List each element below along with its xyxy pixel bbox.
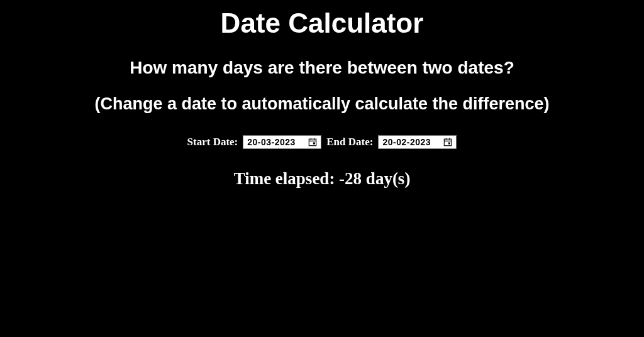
start-date-label: Start Date: [187,136,238,148]
instruction-text: (Change a date to automatically calculat… [0,94,644,114]
svg-rect-9 [448,142,450,144]
start-date-input[interactable]: 20-03-2023 [243,135,321,149]
end-date-value: 20-02-2023 [382,137,431,147]
calendar-icon[interactable] [308,138,317,146]
end-date-label: End Date: [326,136,373,148]
svg-rect-0 [309,139,316,146]
start-date-value: 20-03-2023 [247,137,296,147]
end-date-input[interactable]: 20-02-2023 [378,135,457,149]
calendar-icon[interactable] [443,138,452,146]
page-title: Date Calculator [0,8,644,39]
date-inputs-row: Start Date: 20-03-2023 End Date: 20-02-2… [0,135,644,149]
result-text: Time elapsed: -28 day(s) [0,169,644,189]
subtitle: How many days are there between two date… [0,58,644,78]
svg-rect-5 [445,139,452,146]
svg-rect-4 [313,142,315,144]
